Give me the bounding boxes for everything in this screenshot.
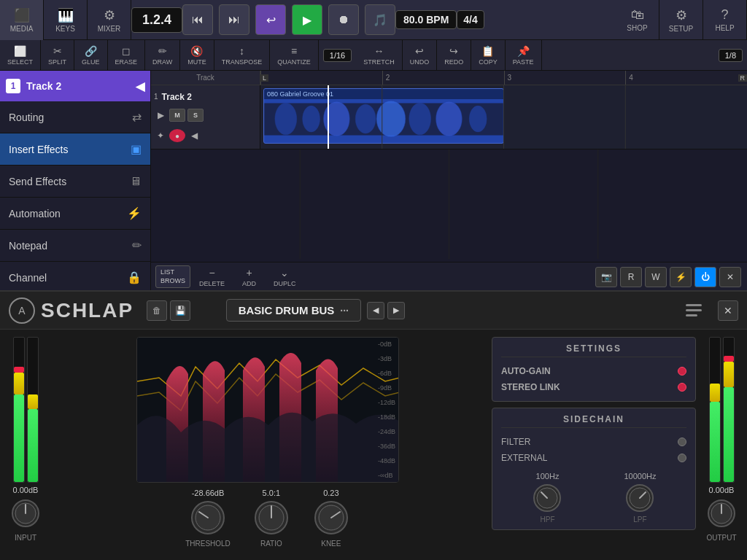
audio-clip[interactable]: 080 Gabriel Groove 01	[263, 88, 504, 144]
hamburger-menu[interactable]	[683, 301, 705, 319]
bpm-display[interactable]: 80.0 BPM	[395, 10, 457, 29]
input-vu-right-green	[28, 409, 38, 482]
star-icon: ✦	[154, 129, 167, 142]
list-brows-btn[interactable]: LISTBROWS	[155, 265, 190, 288]
add-btn[interactable]: + ADD	[233, 267, 265, 287]
r-btn[interactable]: R	[620, 267, 642, 287]
minus-icon: −	[209, 267, 214, 279]
threshold-knob[interactable]	[189, 499, 227, 537]
external-led[interactable]	[678, 454, 686, 462]
track-collapse-arrow[interactable]: ◀	[136, 79, 144, 93]
erase-tool[interactable]: ◻ ERASE	[108, 40, 146, 71]
output-vu-section: 0.00dB OUTPUT	[703, 337, 740, 553]
output-vu-left	[709, 337, 721, 483]
panel-item-automation[interactable]: Automation ⚡	[0, 198, 150, 230]
next-preset-btn[interactable]: ▶	[387, 302, 405, 319]
trash-btn[interactable]: 🗑	[147, 300, 167, 321]
keys-btn[interactable]: 🎹 KEYS	[44, 0, 88, 40]
redo-tool[interactable]: ↪ REDO	[437, 40, 471, 71]
hpf-knob[interactable]	[531, 482, 563, 514]
input-db-value: 0.00dB	[13, 486, 39, 494]
input-knob[interactable]	[9, 497, 42, 529]
left-panel: 1 Track 2 ◀ Routing ⇄ Insert Effects ▣ S…	[0, 71, 151, 290]
panel-item-insert-effects[interactable]: Insert Effects ▣	[0, 133, 150, 166]
forward-btn[interactable]: ⏭	[219, 4, 249, 35]
preset-box[interactable]: BASIC DRUM BUS ···	[226, 299, 361, 322]
close-track-btn[interactable]: ✕	[719, 267, 741, 287]
stretch-tool[interactable]: ↔ STRETCH	[356, 40, 403, 71]
copy-tool[interactable]: 📋 COPY	[471, 40, 506, 71]
glue-tool[interactable]: 🔗 GLUE	[74, 40, 108, 71]
knee-group: 0.23 KNEE	[312, 489, 350, 548]
quantize-tool[interactable]: ≡ QUANTIZE	[270, 40, 319, 71]
panel-item-notepad[interactable]: Notepad ✏	[0, 230, 150, 262]
help-label: HELP	[715, 24, 734, 32]
solo-btn[interactable]: S	[187, 109, 204, 122]
threshold-label: THRESHOLD	[185, 540, 231, 548]
link-btn[interactable]: ⚡	[670, 267, 692, 287]
empty-lanes	[151, 149, 747, 262]
quantize-value[interactable]: 1/16	[323, 49, 352, 62]
track-header[interactable]: 1 Track 2 ◀	[0, 71, 150, 101]
record-btn[interactable]: ⏺	[328, 4, 359, 35]
stereo-link-led[interactable]	[678, 383, 686, 392]
track-header-label: Track	[196, 74, 214, 82]
ratio-knob[interactable]	[252, 499, 290, 537]
input-label: INPUT	[15, 534, 36, 542]
shop-btn[interactable]: 🛍 SHOP	[616, 0, 659, 40]
draw-tool[interactable]: ✏ DRAW	[145, 40, 180, 71]
play-btn[interactable]: ▶	[292, 4, 322, 35]
channel-icon: 🔒	[127, 271, 142, 284]
duplc-btn[interactable]: ⌄ DUPLC	[265, 267, 305, 287]
playhead	[328, 85, 329, 149]
select-icon: ⬜	[14, 45, 26, 57]
output-vu-right-red	[724, 356, 734, 362]
tempo-display[interactable]: 1.2.4	[131, 7, 182, 33]
filter-label: FILTER	[501, 437, 530, 447]
power-btn[interactable]: ⏻	[694, 267, 716, 287]
select-tool[interactable]: ⬜ SELECT	[0, 40, 41, 71]
setup-btn[interactable]: ⚙ SETUP	[659, 0, 703, 40]
loop-btn[interactable]: ↩	[255, 4, 286, 35]
auto-gain-led[interactable]	[678, 367, 686, 376]
hamburger-line-1	[686, 304, 702, 306]
split-tool[interactable]: ✂ SPLIT	[41, 40, 74, 71]
w-btn[interactable]: W	[645, 267, 667, 287]
glue-icon: 🔗	[85, 45, 97, 57]
lane-mid-row: ▶ M S	[154, 109, 257, 122]
panel-item-send-effects[interactable]: Send Effects 🖥	[0, 166, 150, 198]
plus-icon: +	[246, 267, 252, 279]
record-lane-btn[interactable]: ●	[169, 129, 185, 142]
panel-item-routing[interactable]: Routing ⇄	[0, 101, 150, 133]
paste-tool[interactable]: 📌 PASTE	[506, 40, 542, 71]
rewind-btn[interactable]: ⏮	[182, 4, 213, 35]
track-row: 1 Track 2 ▶ M S ✦ ● ◀ 080	[151, 85, 747, 149]
lane-top-row: 1 Track 2	[154, 92, 257, 102]
save-btn[interactable]: 💾	[170, 300, 190, 321]
svg-point-6	[409, 103, 431, 135]
prev-preset-btn[interactable]: ◀	[367, 302, 384, 319]
transpose-tool[interactable]: ↕ TRANSPOSE	[214, 40, 271, 71]
mute-tool[interactable]: 🔇 MUTE	[180, 40, 214, 71]
knee-knob[interactable]	[312, 499, 350, 537]
delete-btn[interactable]: − DELETE	[190, 267, 233, 287]
output-knob[interactable]	[705, 497, 738, 529]
grid-value[interactable]: 1/8	[719, 49, 743, 62]
mixer-btn[interactable]: ⚙ MIXER	[88, 0, 131, 40]
lane-content[interactable]: 080 Gabriel Groove 01	[260, 85, 747, 149]
duplc-label: DUPLC	[274, 280, 296, 287]
lpf-knob[interactable]	[624, 482, 656, 514]
metronome-btn[interactable]: 🎵	[365, 4, 395, 35]
camera-btn[interactable]: 📷	[595, 267, 617, 287]
preset-menu-dots[interactable]: ···	[340, 305, 349, 316]
time-sig-display[interactable]: 4/4	[457, 10, 484, 29]
undo-tool[interactable]: ↩ UNDO	[403, 40, 438, 71]
keys-label: KEYS	[55, 25, 75, 33]
filter-led[interactable]	[678, 438, 686, 446]
mute-btn[interactable]: M	[169, 109, 185, 122]
copy-icon: 📋	[481, 45, 494, 57]
help-btn[interactable]: ? HELP	[703, 0, 747, 40]
media-btn[interactable]: ⬛ MEDIA	[0, 0, 44, 40]
plugin-close-btn[interactable]: ✕	[718, 300, 738, 321]
panel-item-channel[interactable]: Channel 🔒	[0, 262, 150, 294]
